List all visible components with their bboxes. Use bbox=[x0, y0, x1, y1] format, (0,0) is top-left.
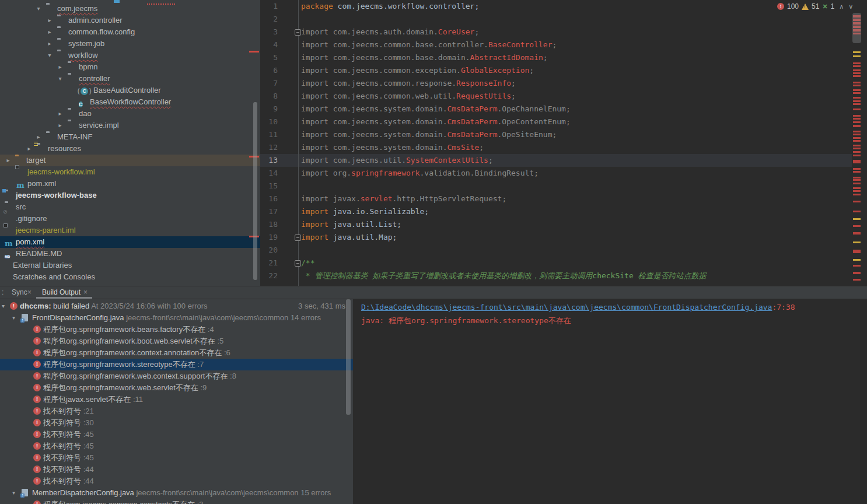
stripe-error-mark[interactable] bbox=[853, 179, 861, 181]
chevron-right-icon[interactable]: ▸ bbox=[46, 15, 53, 26]
collapse-icon[interactable]: ▾ bbox=[2, 300, 5, 312]
stripe-error-mark[interactable] bbox=[853, 272, 861, 274]
line-number[interactable]: 12 bbox=[260, 141, 278, 154]
collapse-icon[interactable]: ▾ bbox=[12, 312, 15, 324]
stripe-error-mark[interactable] bbox=[853, 75, 861, 77]
code-line-19[interactable]: import java.util.Map; bbox=[301, 231, 397, 244]
stripe-error-mark[interactable] bbox=[853, 160, 861, 163]
chevron-down-icon[interactable]: ▾ bbox=[46, 50, 53, 61]
line-number[interactable]: 14 bbox=[260, 167, 278, 180]
fold-marker-icon[interactable] bbox=[295, 260, 301, 267]
code-line-3[interactable]: import com.jeecms.auth.domain.CoreUser; bbox=[301, 26, 479, 38]
line-number[interactable]: 18 bbox=[260, 218, 278, 231]
line-number[interactable]: 17 bbox=[260, 205, 278, 218]
line-number[interactable]: 22 bbox=[260, 270, 278, 282]
build-error-row[interactable]: 找不到符号 :45 bbox=[0, 429, 353, 440]
code-line-10[interactable]: import com.jeecms.system.domain.CmsDataP… bbox=[301, 116, 571, 128]
build-error-row[interactable]: 程序包org.springframework.stereotype不存在 :7 bbox=[0, 359, 353, 370]
tree-row-gitignore[interactable]: .gitignore bbox=[0, 213, 260, 225]
stripe-error-mark[interactable] bbox=[853, 131, 861, 132]
chevron-right-icon[interactable]: ▸ bbox=[46, 38, 53, 50]
tree-row-readme-md[interactable]: README.MD bbox=[0, 248, 260, 260]
build-error-row[interactable]: 程序包org.springframework.web.servlet不存在 :9 bbox=[0, 382, 353, 394]
code-line-9[interactable]: import com.jeecms.system.domain.CmsDataP… bbox=[301, 103, 571, 116]
tab-sync[interactable]: Sync bbox=[12, 288, 27, 296]
line-number[interactable]: 9 bbox=[260, 103, 278, 116]
line-number[interactable]: 13 bbox=[260, 154, 278, 167]
chevron-right-icon[interactable]: ▸ bbox=[5, 155, 12, 166]
stripe-error-mark[interactable] bbox=[853, 171, 861, 173]
stripe-error-mark[interactable] bbox=[853, 250, 861, 253]
tree-row-target[interactable]: ▸target bbox=[0, 155, 260, 166]
tree-row-system-job[interactable]: ▸system.job bbox=[0, 38, 260, 50]
code-line-13[interactable]: import com.jeecms.util.SystemContextUtil… bbox=[301, 154, 493, 167]
chevron-down-icon[interactable]: ▾ bbox=[35, 3, 42, 15]
collapse-icon[interactable]: ▾ bbox=[12, 487, 15, 499]
code-line-8[interactable]: import com.jeecms.common.web.util.Reques… bbox=[301, 90, 516, 103]
line-number[interactable]: 16 bbox=[260, 192, 278, 205]
code-line-16[interactable]: import javax.servlet.http.HttpServletReq… bbox=[301, 192, 506, 205]
inspections-widget[interactable]: 100 51 ✕ 1 ∧ ∨ bbox=[777, 2, 853, 11]
code-line-11[interactable]: import com.jeecms.system.domain.CmsDataP… bbox=[301, 128, 557, 141]
stripe-error-mark[interactable] bbox=[853, 92, 861, 94]
editor-scrollbar[interactable] bbox=[852, 13, 861, 43]
line-number[interactable]: 1 bbox=[260, 0, 278, 13]
build-file-row-memberdispatcherconfig-java[interactable]: ▾MemberDispatcherConfig.java jeecms-fron… bbox=[0, 487, 353, 499]
build-error-row[interactable]: 找不到符号 :45 bbox=[0, 452, 353, 464]
code-editor[interactable]: 12345678910111213141516171819202122 pack… bbox=[260, 0, 867, 286]
tree-row-jeecms-parent-iml[interactable]: jeecms-parent.iml bbox=[0, 225, 260, 236]
chevron-right-icon[interactable]: ▸ bbox=[46, 26, 53, 38]
tree-row-com-jeecms[interactable]: ▾com.jeecms bbox=[0, 3, 260, 15]
stripe-error-mark[interactable] bbox=[853, 137, 861, 139]
code-line-14[interactable]: import org.springframework.validation.Bi… bbox=[301, 167, 539, 180]
stripe-error-mark[interactable] bbox=[853, 225, 861, 227]
fold-marker-icon[interactable] bbox=[295, 235, 301, 241]
stripe-warning-mark[interactable] bbox=[853, 51, 861, 53]
stripe-warning-mark[interactable] bbox=[853, 218, 861, 220]
stripe-error-mark[interactable] bbox=[853, 89, 861, 91]
tree-row-resources[interactable]: ▸resources bbox=[0, 143, 260, 155]
build-error-row[interactable]: 程序包javax.servlet不存在 :11 bbox=[0, 394, 353, 405]
tree-row-pom-xml[interactable]: pom.xml bbox=[0, 178, 260, 190]
stripe-error-mark[interactable] bbox=[853, 183, 861, 184]
tree-row-jeecms-workflow-base[interactable]: jeecms-workflow-base bbox=[0, 190, 260, 201]
tree-row-meta-inf[interactable]: ▸META-INF bbox=[0, 131, 260, 143]
stripe-error-mark[interactable] bbox=[853, 155, 861, 156]
build-error-row[interactable]: 程序包org.springframework.web.context.suppo… bbox=[0, 370, 353, 382]
stripe-error-mark[interactable] bbox=[853, 118, 861, 120]
stripe-error-mark[interactable] bbox=[853, 265, 861, 267]
stripe-error-mark[interactable] bbox=[853, 151, 861, 153]
tree-row-pom-xml[interactable]: pom.xml bbox=[0, 236, 260, 248]
stripe-error-mark[interactable] bbox=[853, 125, 861, 127]
stripe-error-mark[interactable] bbox=[853, 148, 861, 149]
line-number[interactable]: 19 bbox=[260, 231, 278, 244]
code-line-4[interactable]: import com.jeecms.common.base.controller… bbox=[301, 38, 557, 51]
code-line-7[interactable]: import com.jeecms.common.response.Respon… bbox=[301, 77, 516, 90]
line-number[interactable]: 20 bbox=[260, 244, 278, 257]
chevron-right-icon[interactable]: ▸ bbox=[26, 143, 33, 155]
tree-row-dao[interactable]: ▸dao bbox=[0, 108, 260, 120]
stripe-error-mark[interactable] bbox=[853, 115, 861, 117]
stripe-warning-mark[interactable] bbox=[853, 55, 861, 57]
tree-row-scratches-and-consoles[interactable]: Scratches and Consoles bbox=[0, 271, 260, 283]
build-error-row[interactable]: 找不到符号 :44 bbox=[0, 475, 353, 487]
stripe-error-mark[interactable] bbox=[853, 103, 861, 105]
next-problem-icon[interactable]: ∨ bbox=[848, 3, 853, 10]
build-tree-scrollbar[interactable] bbox=[346, 299, 351, 415]
stripe-error-mark[interactable] bbox=[853, 190, 861, 192]
line-number[interactable]: 2 bbox=[260, 13, 278, 26]
code-line-1[interactable]: package com.jeecms.workflow.controller; bbox=[301, 0, 479, 13]
stripe-error-mark[interactable] bbox=[853, 97, 861, 99]
build-error-row[interactable]: 程序包com.jeecms.common.constants不存在 :3 bbox=[0, 499, 353, 504]
line-number[interactable]: 10 bbox=[260, 116, 278, 128]
stripe-error-mark[interactable] bbox=[853, 108, 861, 110]
line-number[interactable]: 8 bbox=[260, 90, 278, 103]
code-line-21[interactable]: /** bbox=[301, 257, 314, 270]
chevron-right-icon[interactable]: ▸ bbox=[57, 61, 64, 73]
tree-row-jeecms-workflow-iml[interactable]: jeecms-workflow.iml bbox=[0, 166, 260, 178]
line-number[interactable]: 4 bbox=[260, 38, 278, 51]
build-error-row[interactable]: 程序包org.springframework.context.annotatio… bbox=[0, 347, 353, 359]
tab-build-output-close-icon[interactable]: × bbox=[83, 288, 88, 296]
stripe-error-mark[interactable] bbox=[853, 100, 861, 102]
chevron-right-icon[interactable]: ▸ bbox=[35, 131, 42, 143]
